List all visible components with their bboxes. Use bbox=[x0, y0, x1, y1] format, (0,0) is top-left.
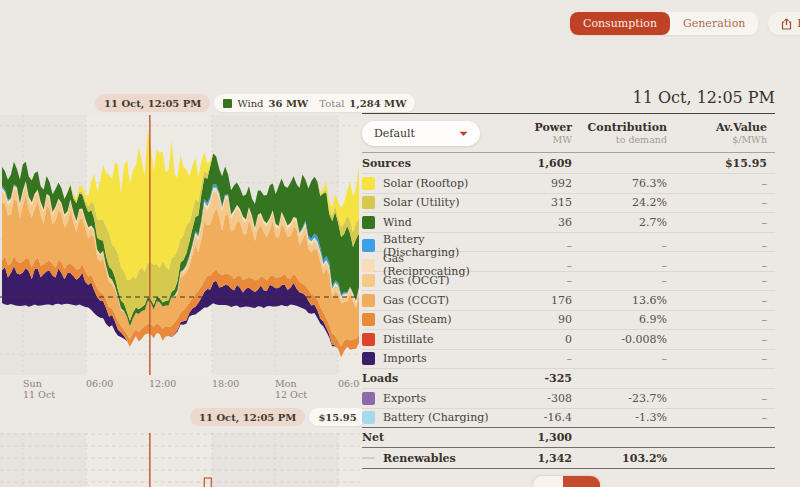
table-row[interactable]: Battery (Discharging)––– bbox=[362, 232, 775, 252]
export-button[interactable]: Export bbox=[768, 12, 800, 35]
view-segmented-control: Consumption Generation bbox=[570, 12, 758, 35]
tooltip-total-label: Total bbox=[319, 98, 344, 109]
row-label: Loads bbox=[362, 372, 398, 385]
series-swatch bbox=[362, 294, 375, 307]
row-label: Gas (OCGT) bbox=[383, 274, 450, 287]
table-row[interactable]: Solar (Rooftop)99276.3%– bbox=[362, 173, 775, 193]
row-power: 90 bbox=[490, 313, 580, 326]
table-section-row[interactable]: Renewables1,342103.2% bbox=[362, 447, 775, 468]
price-chart[interactable] bbox=[0, 433, 360, 487]
row-label: Imports bbox=[383, 352, 427, 365]
row-label: Gas (CCGT) bbox=[383, 294, 449, 307]
column-header-contribution: Contribution to demand bbox=[580, 122, 675, 146]
generation-stacked-area-chart[interactable] bbox=[0, 115, 360, 375]
selected-datetime: 11 Oct, 12:05 PM bbox=[362, 88, 775, 114]
row-power: 1,609 bbox=[490, 157, 580, 170]
row-power: 0 bbox=[490, 333, 580, 346]
row-power: – bbox=[490, 352, 580, 365]
series-swatch bbox=[362, 333, 375, 346]
x-axis-tick-label: 12:00 bbox=[149, 378, 176, 389]
x-axis: Sun 11 Oct06:0012:0018:00Mon 12 Oct06:00 bbox=[0, 378, 360, 404]
row-label: Distillate bbox=[383, 333, 433, 346]
table-row[interactable]: Wind362.7%– bbox=[362, 212, 775, 232]
price-tooltip-value-badge: $15.95 bbox=[309, 408, 365, 426]
row-contribution: 24.2% bbox=[580, 196, 675, 209]
row-power: -325 bbox=[490, 372, 580, 385]
group-filter-dropdown[interactable]: Default bbox=[362, 121, 480, 146]
breakdown-panel: 11 Oct, 12:05 PM Default Power MW Contri… bbox=[362, 88, 775, 469]
row-contribution: -0.008% bbox=[580, 333, 675, 346]
table-row[interactable]: Gas (Reciprocating)––– bbox=[362, 251, 775, 271]
column-header-power: Power MW bbox=[490, 122, 580, 146]
row-label: Solar (Rooftop) bbox=[383, 177, 468, 190]
row-value: – bbox=[675, 274, 775, 287]
generation-tab[interactable]: Generation bbox=[670, 12, 758, 35]
series-swatch bbox=[362, 216, 375, 229]
generation-chart-area[interactable] bbox=[0, 115, 360, 375]
series-swatch bbox=[362, 274, 375, 287]
row-value: $15.95 bbox=[675, 157, 775, 170]
row-power: 36 bbox=[490, 216, 580, 229]
energy-dashboard: Consumption Generation Export 11 Oct, 12… bbox=[0, 0, 800, 487]
price-hover-tooltip: 11 Oct, 12:05 PM $15.95 bbox=[190, 408, 366, 426]
chart-style-toggle[interactable] bbox=[533, 476, 600, 487]
row-value: – bbox=[675, 392, 775, 405]
table-section-row[interactable]: Sources1,609$15.95 bbox=[362, 153, 775, 173]
price-tooltip-time-badge: 11 Oct, 12:05 PM bbox=[190, 408, 305, 426]
x-axis-tick-label: 18:00 bbox=[212, 378, 239, 389]
series-swatch bbox=[362, 313, 375, 326]
row-power: – bbox=[490, 259, 580, 272]
consumption-tab[interactable]: Consumption bbox=[570, 12, 670, 35]
table-row[interactable]: Battery (Charging)-16.4-1.3%– bbox=[362, 408, 775, 428]
row-value: – bbox=[675, 411, 775, 424]
row-power: -16.4 bbox=[490, 411, 580, 424]
row-value: – bbox=[675, 177, 775, 190]
row-label: Net bbox=[362, 431, 384, 444]
row-value: – bbox=[675, 352, 775, 365]
chevron-down-icon bbox=[459, 131, 468, 137]
row-power: 992 bbox=[490, 177, 580, 190]
row-label: Battery (Charging) bbox=[383, 411, 489, 424]
tooltip-series-name: Wind bbox=[237, 98, 263, 109]
series-swatch bbox=[362, 392, 375, 405]
row-contribution: 76.3% bbox=[580, 177, 675, 190]
row-value: – bbox=[675, 259, 775, 272]
row-label: Exports bbox=[383, 392, 426, 405]
table-row[interactable]: Imports––– bbox=[362, 349, 775, 369]
group-filter-value: Default bbox=[374, 127, 415, 140]
row-contribution: 2.7% bbox=[580, 216, 675, 229]
row-power: 1,342 bbox=[490, 452, 580, 465]
row-power: 176 bbox=[490, 294, 580, 307]
wind-series-swatch bbox=[223, 99, 232, 108]
row-label: Solar (Utility) bbox=[383, 196, 459, 209]
table-row[interactable]: Gas (CCGT)17613.6%– bbox=[362, 290, 775, 310]
x-axis-tick-label: Sun 11 Oct bbox=[23, 378, 55, 400]
chart-style-toggle-right[interactable] bbox=[563, 476, 600, 487]
series-swatch bbox=[362, 196, 375, 209]
share-export-icon bbox=[781, 18, 792, 30]
row-contribution: -23.7% bbox=[580, 392, 675, 405]
x-axis-tick-label: 06:00 bbox=[86, 378, 113, 389]
series-swatch bbox=[362, 411, 375, 424]
table-row[interactable]: Solar (Utility)31524.2%– bbox=[362, 193, 775, 213]
chart-style-toggle-left[interactable] bbox=[533, 476, 563, 487]
table-row[interactable]: Gas (Steam)906.9%– bbox=[362, 310, 775, 330]
row-contribution: 6.9% bbox=[580, 313, 675, 326]
table-section-row[interactable]: Loads-325 bbox=[362, 368, 775, 388]
table-row[interactable]: Exports-308-23.7%– bbox=[362, 388, 775, 408]
price-chart-area[interactable] bbox=[0, 433, 360, 487]
table-section-row[interactable]: Net1,300 bbox=[362, 427, 775, 447]
row-value: – bbox=[675, 294, 775, 307]
row-label: Renewables bbox=[383, 452, 456, 465]
table-header-row: Default Power MW Contribution to demand … bbox=[362, 114, 775, 153]
row-power: 315 bbox=[490, 196, 580, 209]
series-swatch bbox=[362, 259, 375, 272]
tooltip-time-badge: 11 Oct, 12:05 PM bbox=[95, 94, 210, 112]
row-label: Gas (Steam) bbox=[383, 313, 452, 326]
table-row[interactable]: Distillate0-0.008%– bbox=[362, 329, 775, 349]
table-row[interactable]: Gas (OCGT)––– bbox=[362, 271, 775, 291]
series-swatch bbox=[362, 177, 375, 190]
row-value: – bbox=[675, 239, 775, 252]
row-contribution: -1.3% bbox=[580, 411, 675, 424]
row-contribution: 103.2% bbox=[580, 452, 675, 465]
